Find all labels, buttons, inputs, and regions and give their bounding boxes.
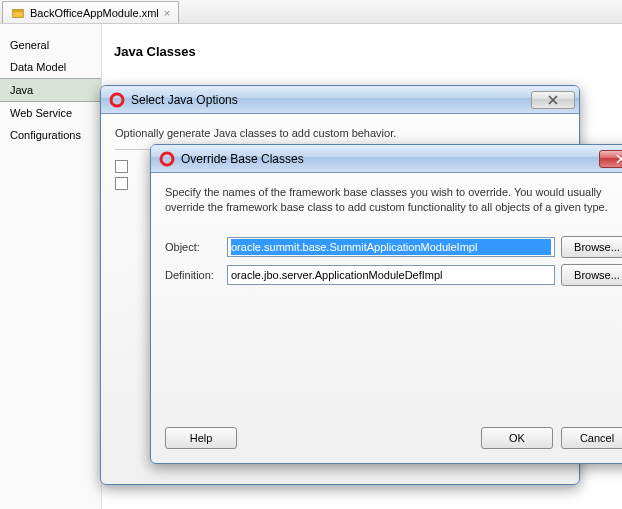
sidebar-item-data-model[interactable]: Data Model bbox=[0, 56, 101, 78]
dialog-override-base-classes: Override Base Classes Specify the names … bbox=[150, 144, 622, 464]
close-icon bbox=[548, 95, 558, 105]
sidebar: General Data Model Java Web Service Conf… bbox=[0, 24, 102, 509]
dialog2-titlebar[interactable]: Override Base Classes bbox=[151, 145, 622, 173]
dialog2-footer: Help OK Cancel bbox=[151, 417, 622, 463]
checkbox-2[interactable] bbox=[115, 177, 128, 190]
sidebar-item-web-service[interactable]: Web Service bbox=[0, 102, 101, 124]
definition-row: Definition: Browse... bbox=[165, 264, 622, 286]
svg-rect-1 bbox=[13, 9, 24, 12]
checkbox-1[interactable] bbox=[115, 160, 128, 173]
page-title: Java Classes bbox=[114, 44, 610, 59]
sidebar-item-configurations[interactable]: Configurations bbox=[0, 124, 101, 146]
object-row: Object: oracle.summit.base.SummitApplica… bbox=[165, 236, 622, 258]
file-tab[interactable]: BackOfficeAppModule.xml × bbox=[2, 1, 179, 23]
sidebar-item-general[interactable]: General bbox=[0, 34, 101, 56]
close-icon bbox=[616, 154, 622, 164]
cancel-button[interactable]: Cancel bbox=[561, 427, 622, 449]
sidebar-item-java[interactable]: Java bbox=[0, 78, 101, 102]
ok-button[interactable]: OK bbox=[481, 427, 553, 449]
browse-object-button[interactable]: Browse... bbox=[561, 236, 622, 258]
tab-bar: BackOfficeAppModule.xml × bbox=[0, 0, 622, 24]
object-input[interactable]: oracle.summit.base.SummitApplicationModu… bbox=[227, 237, 555, 257]
oracle-icon bbox=[159, 151, 175, 167]
svg-point-2 bbox=[111, 94, 123, 106]
dialog1-title: Select Java Options bbox=[131, 93, 531, 107]
dialog2-title: Override Base Classes bbox=[181, 152, 599, 166]
definition-label: Definition: bbox=[165, 269, 221, 281]
dialog1-titlebar[interactable]: Select Java Options bbox=[101, 86, 579, 114]
dialog2-close-button[interactable] bbox=[599, 150, 622, 168]
dialog1-desc: Optionally generate Java classes to add … bbox=[115, 126, 565, 141]
help-button[interactable]: Help bbox=[165, 427, 237, 449]
object-label: Object: bbox=[165, 241, 221, 253]
dialog2-desc: Specify the names of the framework base … bbox=[165, 185, 622, 216]
close-icon[interactable]: × bbox=[164, 7, 170, 19]
definition-input[interactable] bbox=[227, 265, 555, 285]
svg-point-3 bbox=[161, 153, 173, 165]
object-value: oracle.summit.base.SummitApplicationModu… bbox=[231, 239, 551, 255]
browse-definition-button[interactable]: Browse... bbox=[561, 264, 622, 286]
dialog2-body: Specify the names of the framework base … bbox=[151, 173, 622, 304]
module-icon bbox=[11, 6, 25, 20]
tab-label: BackOfficeAppModule.xml bbox=[30, 7, 159, 19]
dialog1-close-button[interactable] bbox=[531, 91, 575, 109]
oracle-icon bbox=[109, 92, 125, 108]
